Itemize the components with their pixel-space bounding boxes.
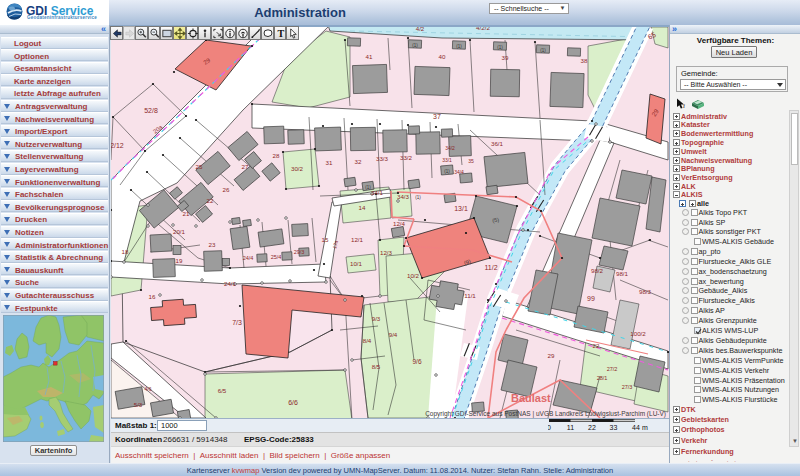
svg-text:52/8: 52/8 bbox=[144, 107, 158, 114]
svg-text:34/3: 34/3 bbox=[397, 193, 410, 200]
svg-text:32: 32 bbox=[355, 158, 362, 165]
svg-text:26: 26 bbox=[223, 186, 230, 193]
svg-text:21: 21 bbox=[183, 210, 190, 217]
svg-text:37: 37 bbox=[433, 113, 441, 120]
svg-text:11/1: 11/1 bbox=[464, 292, 476, 299]
svg-text:99: 99 bbox=[587, 295, 595, 302]
svg-text:22: 22 bbox=[593, 342, 600, 349]
svg-text:24/1: 24/1 bbox=[224, 280, 237, 287]
svg-text:30/2: 30/2 bbox=[291, 165, 304, 172]
svg-text:8/4: 8/4 bbox=[363, 337, 372, 344]
svg-text:9/4: 9/4 bbox=[389, 331, 398, 338]
svg-text:12/3: 12/3 bbox=[380, 249, 393, 256]
svg-text:34/1: 34/1 bbox=[371, 189, 384, 196]
svg-text:25/4: 25/4 bbox=[271, 254, 282, 260]
svg-text:Copyright GDI-Service aus Post: Copyright GDI-Service aus PostNAS | uVGB… bbox=[425, 410, 666, 418]
svg-text:34/2: 34/2 bbox=[445, 145, 455, 151]
svg-text:4/6: 4/6 bbox=[145, 386, 152, 392]
svg-text:16: 16 bbox=[149, 293, 156, 300]
svg-text:29/3: 29/3 bbox=[294, 249, 305, 255]
svg-text:(1): (1) bbox=[456, 44, 462, 49]
svg-text:25: 25 bbox=[196, 163, 203, 170]
svg-text:12/1: 12/1 bbox=[351, 236, 364, 243]
svg-text:0: 0 bbox=[548, 424, 551, 431]
svg-text:18: 18 bbox=[122, 248, 129, 255]
svg-text:100/2: 100/2 bbox=[630, 330, 646, 337]
svg-text:28/1: 28/1 bbox=[597, 375, 608, 381]
svg-text:31: 31 bbox=[326, 159, 333, 166]
svg-text:40: 40 bbox=[439, 53, 446, 60]
svg-text:13/1: 13/1 bbox=[454, 205, 468, 212]
svg-text:15: 15 bbox=[322, 236, 329, 243]
svg-text:14: 14 bbox=[359, 204, 366, 211]
svg-text:11/2: 11/2 bbox=[484, 264, 497, 271]
svg-text:m: m bbox=[642, 424, 648, 431]
svg-text:(1): (1) bbox=[412, 43, 418, 48]
svg-text:98/3: 98/3 bbox=[639, 288, 652, 295]
svg-text:Baulast: Baulast bbox=[511, 392, 551, 404]
svg-text:52/12: 52/12 bbox=[111, 142, 124, 149]
svg-text:39: 39 bbox=[502, 54, 509, 61]
svg-text:29: 29 bbox=[548, 352, 555, 359]
svg-text:35: 35 bbox=[468, 158, 474, 164]
svg-text:34/4: 34/4 bbox=[454, 169, 464, 175]
svg-text:24/4: 24/4 bbox=[243, 255, 254, 261]
svg-text:i: i bbox=[683, 102, 685, 109]
svg-text:T: T bbox=[277, 28, 284, 39]
svg-text:41: 41 bbox=[366, 53, 373, 60]
svg-text:11: 11 bbox=[567, 424, 574, 431]
svg-text:27/3: 27/3 bbox=[622, 384, 633, 390]
svg-text:5/3: 5/3 bbox=[134, 401, 143, 408]
svg-text:6/5: 6/5 bbox=[218, 387, 227, 394]
svg-text:20/1: 20/1 bbox=[173, 228, 186, 235]
svg-text:36/1: 36/1 bbox=[491, 140, 504, 147]
svg-text:(1): (1) bbox=[365, 185, 371, 190]
svg-text:22: 22 bbox=[207, 197, 214, 204]
svg-text:22: 22 bbox=[588, 424, 596, 431]
svg-text:23: 23 bbox=[209, 241, 216, 248]
svg-text:33/2: 33/2 bbox=[400, 154, 413, 161]
svg-text:7/3: 7/3 bbox=[232, 319, 242, 326]
svg-text:12/4: 12/4 bbox=[393, 220, 406, 227]
svg-text:8/5: 8/5 bbox=[372, 363, 381, 370]
svg-text:38: 38 bbox=[581, 57, 588, 64]
svg-text:6/6: 6/6 bbox=[288, 399, 298, 406]
svg-text:9/6: 9/6 bbox=[412, 358, 421, 365]
svg-text:4/2/2: 4/2/2 bbox=[476, 27, 490, 31]
svg-text:33: 33 bbox=[610, 424, 618, 431]
svg-text:(1): (1) bbox=[444, 169, 450, 174]
svg-text:98/2: 98/2 bbox=[591, 267, 604, 274]
svg-text:(1): (1) bbox=[497, 45, 503, 50]
svg-text:98/1: 98/1 bbox=[616, 270, 629, 277]
svg-text:33/1: 33/1 bbox=[442, 157, 452, 163]
svg-text:4/2: 4/2 bbox=[416, 27, 425, 32]
svg-text:27: 27 bbox=[242, 163, 249, 170]
svg-text:9/3: 9/3 bbox=[372, 315, 381, 322]
svg-text:19: 19 bbox=[176, 257, 183, 264]
svg-text:33/3: 33/3 bbox=[376, 155, 389, 162]
svg-text:28: 28 bbox=[273, 152, 280, 159]
svg-text:10/1: 10/1 bbox=[350, 260, 363, 267]
svg-text:27/2: 27/2 bbox=[607, 366, 618, 372]
svg-text:(1): (1) bbox=[415, 195, 421, 200]
svg-text:44: 44 bbox=[632, 424, 640, 431]
svg-text:10/2: 10/2 bbox=[407, 272, 420, 279]
svg-text:(1): (1) bbox=[540, 48, 546, 53]
